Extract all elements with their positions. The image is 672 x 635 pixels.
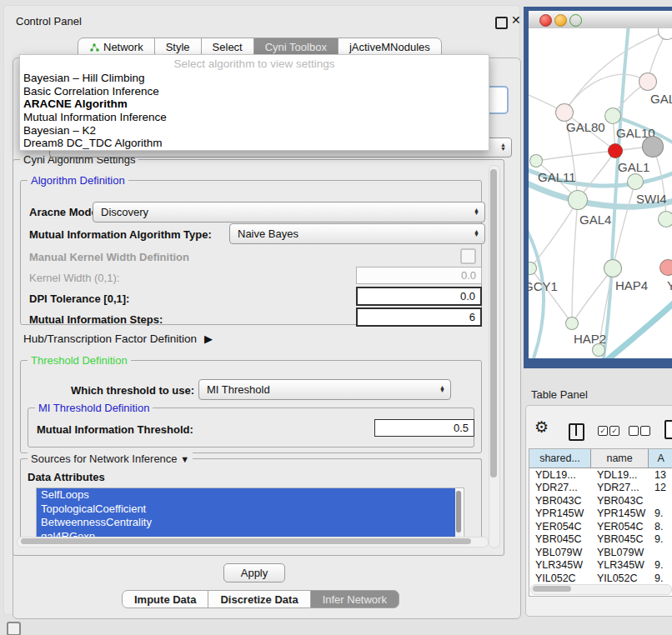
table-cell: YDL19... [591,468,649,482]
column-header-partial[interactable]: A [649,449,672,468]
dropdown-item[interactable]: Bayesian – K2 [20,124,489,138]
table-cell: 12 [649,482,672,495]
table-row[interactable]: YBL079WYBL079W [529,546,672,559]
network-node[interactable] [659,259,672,276]
network-node[interactable] [568,190,588,210]
manual-kernel-checkbox[interactable] [460,248,476,264]
zoom-traffic-light-icon[interactable] [569,14,582,27]
network-node[interactable] [604,259,622,278]
dropdown-item[interactable]: Bayesian – Hill Climbing [20,72,489,85]
network-node[interactable] [627,173,644,190]
network-node[interactable] [555,103,574,122]
table-row[interactable]: YBR045CYBR045C9. [529,533,672,547]
column-header-name[interactable]: name [591,449,649,468]
document-icon[interactable] [664,420,672,439]
table-rows: YDL19...YDL19...13YDR27...YDR27...12YBR0… [529,468,672,585]
sources-group: Sources for Network Inference ▼ Data Att… [20,458,482,546]
collapse-arrow-icon[interactable]: ▶ [204,332,213,345]
dpi-tolerance-field[interactable]: 0.0 [356,287,482,306]
list-item[interactable]: SelfLoops [37,488,455,502]
kernel-width-field[interactable]: 0.0 [356,267,482,284]
network-node-label: GAL11 [538,170,576,184]
network-node[interactable] [565,317,579,330]
network-node[interactable] [642,136,664,158]
network-node[interactable] [608,143,623,158]
aracne-mode-select[interactable]: Discovery ▲▼ [93,202,485,222]
network-node-label: GAL1 [618,160,649,174]
network-node-label: SWI4 [636,192,667,206]
scrollbar-thumb[interactable] [490,169,497,478]
network-node[interactable] [658,211,672,228]
algorithm-definition-group: Algorithm Definition Aracne Mode: Discov… [20,180,482,325]
table-horizontal-scrollbar[interactable] [530,584,672,595]
network-node[interactable] [529,154,543,168]
deselect-all-checkbox-icon[interactable] [640,426,650,436]
scrollbar-thumb[interactable] [456,491,461,532]
mi-type-select[interactable]: Naive Bayes ▲▼ [229,223,485,244]
screenshot-stage: Control Panel ✕ Network Style Select Cyn… [0,0,672,635]
network-node[interactable] [604,108,621,124]
dropdown-item[interactable]: Dream8 DC_TDC Algorithm [20,137,489,150]
mi-steps-label: Mutual Information Steps: [29,313,163,326]
which-threshold-select[interactable]: MI Threshold ▲▼ [198,379,451,400]
table-row[interactable]: YDL19...YDL19...13 [529,468,672,482]
tab-infer-network[interactable]: Infer Network [310,590,399,608]
table-cell: YDR27... [591,482,649,495]
table-row[interactable]: YLR345WYLR345W9. [529,559,672,572]
minimize-traffic-light-icon[interactable] [554,14,567,27]
settings-vertical-scrollbar[interactable] [489,165,500,548]
settings-horizontal-scrollbar[interactable] [17,537,489,548]
close-icon[interactable]: ✕ [511,13,521,27]
apply-button[interactable]: Apply [223,563,285,582]
table-cell: 9. [649,533,672,547]
table-row[interactable]: YBR043CYBR043C [529,494,672,508]
tab-discretize-data[interactable]: Discretize Data [208,590,310,608]
network-canvas[interactable]: GALGAL80GAL10GAL1GAL11SWI4GAL4GCY1HAP4YH… [529,28,672,358]
float-window-icon[interactable] [495,17,508,29]
table-cell: 13 [649,468,672,482]
mi-threshold-field[interactable]: 0.5 [374,419,474,437]
network-window-titlebar[interactable] [529,11,672,29]
mi-threshold-group-title: MI Threshold Definition [35,402,153,414]
hub-definition-section[interactable]: Hub/Transcription Factor Definition ▶ [23,332,213,345]
deselect-all-checkbox-icon[interactable] [629,426,639,436]
scrollbar-thumb[interactable] [21,538,471,544]
list-item[interactable]: TopologicalCoefficient [37,502,455,517]
network-tab-icon [89,42,99,52]
network-node[interactable] [639,72,657,91]
mi-steps-field[interactable]: 6 [356,308,482,327]
hub-definition-label: Hub/Transcription Factor Definition [23,332,197,345]
dropdown-item-selected[interactable]: ARACNE Algorithm [20,98,489,111]
tab-impute-data[interactable]: Impute Data [122,590,208,608]
cyni-algorithm-settings-group: Cyni Algorithm Settings Algorithm Defini… [13,159,504,556]
list-item[interactable]: BetweennessCentrality [37,516,455,530]
table-row[interactable]: YER054CYER054C8. [529,520,672,533]
table-cell [649,546,672,559]
column-header-shared-name[interactable]: shared... [529,449,591,468]
threshold-definition-title: Threshold Definition [28,354,131,367]
table-cell [649,494,672,508]
split-columns-icon[interactable] [569,423,584,441]
dropdown-item[interactable]: Basic Correlation Inference [20,85,489,98]
table-row[interactable]: YPR145WYPR145W9. [529,508,672,521]
manual-kernel-label: Manual Kernel Width Definition [29,251,189,263]
network-node-label: HAP4 [615,278,648,292]
docked-panel-icon[interactable] [7,622,21,635]
table-row[interactable]: YDR27...YDR27...12 [529,482,672,495]
table-cell: YBR043C [529,494,591,508]
network-node[interactable] [592,343,605,357]
mi-threshold-label: Mutual Information Threshold: [37,423,193,436]
network-node-label: GAL80 [566,120,605,134]
gear-icon[interactable]: ⚙ [534,419,549,435]
table-cell: YDR27... [529,482,591,495]
threshold-definition-group: Threshold Definition Which threshold to … [20,360,482,453]
close-traffic-light-icon[interactable] [539,14,552,27]
select-all-checkbox-icon[interactable]: ✓ [598,426,608,436]
table-cell: 9. [649,508,672,521]
scrollbar-thumb[interactable] [533,586,571,592]
expand-arrow-icon[interactable]: ▼ [180,454,189,464]
dropdown-item[interactable]: Mutual Information Inference [20,111,489,124]
select-all-checkbox-icon[interactable]: ✓ [609,426,619,436]
table-row[interactable]: YIL052CYIL052C9. [529,572,672,585]
list-vertical-scrollbar[interactable] [455,490,462,538]
